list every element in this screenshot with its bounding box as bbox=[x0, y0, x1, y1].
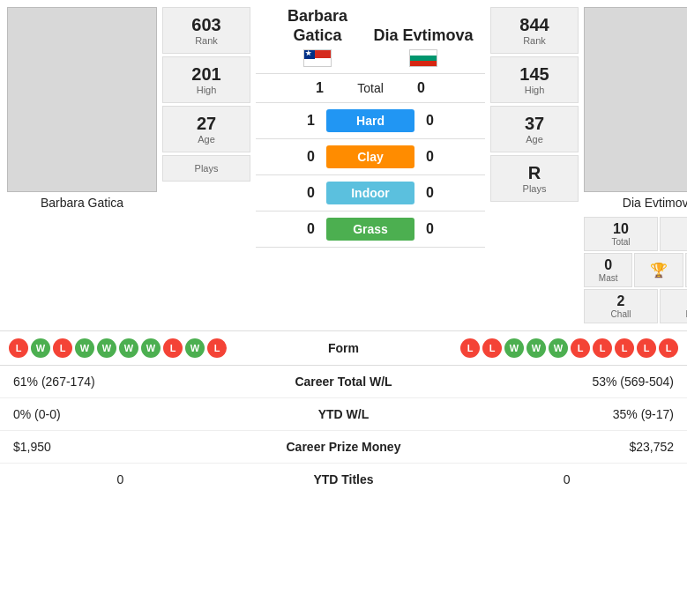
player1-plays-label: Plays bbox=[167, 163, 246, 174]
form-bubble-p1: W bbox=[185, 338, 205, 358]
player1-plays-box: Plays bbox=[162, 155, 250, 182]
form-bubble-p2: L bbox=[637, 338, 656, 358]
form-bubble-p1: L bbox=[163, 338, 183, 358]
trophy-p2: 🏆 bbox=[650, 262, 668, 278]
prize-row2: $1,950 Career Prize Money $23,752 bbox=[0, 431, 687, 464]
player2-photo-col: Dia Evtimova 10 Total 0 Slam 0 bbox=[584, 7, 687, 323]
p2-center-name: Dia Evtimova bbox=[370, 26, 476, 68]
player1-photo bbox=[7, 7, 157, 192]
form-bubble-p2: L bbox=[482, 338, 502, 358]
indoor-label: Indoor bbox=[326, 182, 414, 204]
hard-label: Hard bbox=[326, 109, 414, 132]
player2-high-label: High bbox=[495, 85, 574, 95]
ytd-wl-left2: 0% (0-0) bbox=[0, 398, 241, 431]
form-bubble-p2: L bbox=[460, 338, 480, 358]
form-bubble-p1: W bbox=[97, 338, 116, 358]
form-center-label: Form bbox=[291, 341, 397, 355]
ytd-wl-label2: YTD W/L bbox=[241, 398, 447, 431]
bulgaria-flag bbox=[409, 49, 437, 67]
form-bubble-p2: L bbox=[615, 338, 634, 358]
prize-left2: $1,950 bbox=[0, 431, 241, 464]
ytd-wl-row2: 0% (0-0) YTD W/L 35% (9-17) bbox=[0, 398, 687, 431]
form-bubble-p1: W bbox=[75, 338, 94, 358]
hard-right: 0 bbox=[414, 113, 445, 129]
indoor-right: 0 bbox=[414, 185, 445, 201]
prize-label2: Career Prize Money bbox=[241, 431, 447, 464]
player1-rank-label: Rank bbox=[167, 35, 246, 46]
player2-rank-label2: Rank bbox=[495, 35, 574, 46]
player1-age-box: 27 Age bbox=[162, 106, 250, 152]
form-bubble-p2: W bbox=[526, 338, 546, 358]
hard-left: 1 bbox=[295, 113, 326, 129]
indoor-court-row: 0 Indoor 0 bbox=[256, 175, 485, 212]
grass-label: Grass bbox=[326, 218, 414, 241]
titles-row2: 0 YTD Titles 0 bbox=[0, 464, 687, 496]
clay-label: Clay bbox=[326, 145, 414, 168]
player2-age-label: Age bbox=[495, 134, 574, 145]
form-bubble-p1: W bbox=[141, 338, 161, 358]
player1-rank-val: 603 bbox=[167, 15, 246, 35]
indoor-left: 0 bbox=[295, 185, 326, 201]
hard-court-row: 1 Hard 0 bbox=[256, 103, 485, 139]
player1-photo-col: Barbara Gatica bbox=[7, 7, 157, 323]
top-section: Barbara Gatica 603 Rank 201 High 27 Age … bbox=[0, 0, 687, 323]
total-left: 1 bbox=[304, 80, 335, 96]
player2-high-val: 145 bbox=[495, 64, 574, 85]
player2-plays-val: R bbox=[495, 163, 574, 183]
form-bubble-p2: W bbox=[504, 338, 524, 358]
titles-right2: 0 bbox=[446, 464, 687, 496]
form-bubble-p1: W bbox=[31, 338, 50, 358]
player2-plays-box: R Plays bbox=[490, 155, 579, 202]
form-bubble-p1: L bbox=[9, 338, 28, 358]
titles-left2: 0 bbox=[0, 464, 241, 496]
clay-left: 0 bbox=[295, 149, 326, 165]
player1-stats-col: 603 Rank 201 High 27 Age Plays bbox=[162, 7, 250, 323]
form-bubble-p1: L bbox=[207, 338, 227, 358]
stats-table2: 61% (267-174) Career Total W/L 53% (569-… bbox=[0, 366, 687, 495]
ytd-wl-right2: 35% (9-17) bbox=[446, 398, 687, 431]
form-bubble-p1: L bbox=[53, 338, 72, 358]
player2-age-box: 37 Age bbox=[490, 106, 579, 152]
total-center-label: Total bbox=[335, 81, 406, 95]
chile-flag bbox=[303, 49, 332, 67]
player2-rank-val2: 844 bbox=[495, 15, 574, 35]
player2-mini-stats: 10 Total 0 Slam 0 Mast 🏆 bbox=[584, 217, 687, 323]
form-section2: LWLWWWWLWL Form LLWWWLLLLL bbox=[0, 330, 687, 366]
grass-right: 0 bbox=[414, 221, 445, 237]
clay-right: 0 bbox=[414, 149, 445, 165]
titles-label2: YTD Titles bbox=[241, 464, 447, 496]
player2-photo bbox=[584, 7, 687, 192]
player1-high-label: High bbox=[167, 85, 246, 95]
player2-high-box: 145 High bbox=[490, 56, 579, 103]
player2-rank-box2: 844 Rank bbox=[490, 7, 579, 54]
player1-age-label: Age bbox=[167, 134, 246, 145]
p2-form-bubbles: LLWWWLLLLL bbox=[397, 338, 679, 358]
player2-age-val: 37 bbox=[495, 114, 574, 134]
total-court-row: 1 Total 0 bbox=[256, 73, 485, 103]
form-bubble-p2: L bbox=[593, 338, 612, 358]
player2-plays-label: Plays bbox=[495, 183, 574, 194]
form-bubble-p2: L bbox=[659, 338, 678, 358]
form-bubble-p1: W bbox=[119, 338, 138, 358]
grass-court-row: 0 Grass 0 bbox=[256, 212, 485, 248]
player1-high-val: 201 bbox=[167, 64, 246, 85]
player1-rank-box: 603 Rank bbox=[162, 7, 250, 54]
player2-stats-col: 844 Rank 145 High 37 Age R Plays bbox=[490, 7, 579, 323]
form-bubble-p2: W bbox=[549, 338, 568, 358]
career-wl-left2: 61% (267-174) bbox=[0, 366, 241, 398]
player2-name-below-photo: Dia Evtimova bbox=[584, 192, 687, 213]
center-col: Barbara Gatica Dia Evtimova 1 Total bbox=[256, 7, 485, 323]
p1-form-bubbles: LWLWWWWLWL bbox=[9, 338, 291, 358]
player1-name-below-photo: Barbara Gatica bbox=[7, 192, 157, 213]
clay-court-row: 0 Clay 0 bbox=[256, 139, 485, 175]
career-wl-label2: Career Total W/L bbox=[241, 366, 447, 398]
player1-high-box: 201 High bbox=[162, 56, 250, 103]
player1-age-val: 27 bbox=[167, 114, 246, 134]
grass-left: 0 bbox=[295, 221, 326, 237]
career-wl-right2: 53% (569-504) bbox=[446, 366, 687, 398]
names-row: Barbara Gatica Dia Evtimova bbox=[256, 7, 485, 68]
prize-right2: $23,752 bbox=[446, 431, 687, 464]
career-wl-row2: 61% (267-174) Career Total W/L 53% (569-… bbox=[0, 366, 687, 398]
p1-center-name: Barbara Gatica bbox=[265, 7, 370, 68]
total-right: 0 bbox=[406, 80, 437, 96]
